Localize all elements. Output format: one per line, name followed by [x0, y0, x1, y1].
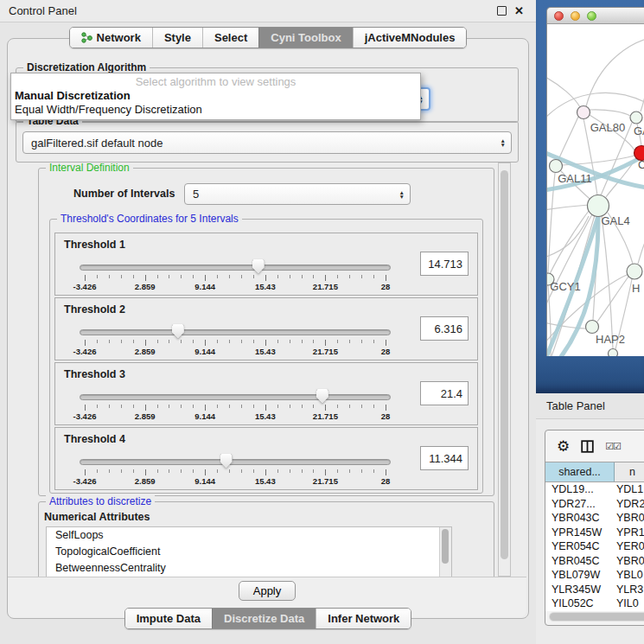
threshold-slider[interactable]	[80, 327, 391, 339]
column-header-name[interactable]: n	[615, 462, 644, 481]
network-node[interactable]	[627, 264, 642, 279]
tab-style[interactable]: Style	[152, 28, 202, 48]
table-row[interactable]: YDR27...YDR2	[545, 497, 644, 512]
dropdown-item[interactable]: Manual Discretization	[11, 89, 420, 103]
slider-minor-tick	[361, 340, 362, 343]
slider-minor-tick	[361, 275, 362, 278]
network-node[interactable]	[609, 349, 618, 357]
tab-select[interactable]: Select	[202, 28, 258, 48]
slider-major-tick	[265, 405, 266, 411]
threshold-value[interactable]: 11.344	[420, 446, 469, 470]
network-node[interactable]	[588, 195, 609, 217]
list-item[interactable]: TopologicalCoefficient	[47, 544, 451, 560]
minimize-traffic-light-icon[interactable]	[571, 11, 580, 21]
slider-tick-label: 15.43	[255, 347, 276, 356]
slider-tick-label: 9.144	[194, 411, 215, 421]
panel-scrollbar[interactable]	[498, 163, 511, 577]
threshold-slider[interactable]	[80, 456, 391, 469]
group-title-algorithm: Discretization Algorithm	[23, 61, 150, 73]
slider-minor-tick	[217, 469, 218, 473]
dropdown-item[interactable]: Equal Width/Frequency Discretization	[11, 103, 420, 117]
app-root: Control Panel ✕ NetworkStyleSelectCyni T…	[0, 0, 644, 644]
number-of-intervals-select[interactable]: 5 ▲▼	[184, 183, 411, 205]
slider-major-tick	[205, 469, 206, 475]
slider-minor-tick	[277, 469, 278, 473]
slider-minor-tick	[349, 340, 350, 343]
slider-minor-tick	[121, 405, 122, 408]
list-scrollbar-thumb[interactable]	[442, 529, 449, 564]
network-node[interactable]	[577, 106, 590, 119]
list-item[interactable]: BetweennessCentrality	[47, 560, 451, 577]
table-row[interactable]: YLR345WYLR3	[545, 583, 644, 597]
table-row[interactable]: YBR045CYBR0	[545, 554, 644, 569]
zoom-traffic-light-icon[interactable]	[587, 11, 596, 21]
slider-tick-label: 21.715	[313, 411, 338, 421]
table-hscrollbar[interactable]	[549, 612, 644, 622]
threshold-value[interactable]: 21.4	[420, 381, 469, 405]
list-scrollbar[interactable]	[439, 527, 451, 577]
tab-discretize-data[interactable]: Discretize Data	[212, 609, 316, 628]
threshold-panel: Threshold 2 -3.4262.8599.14415.4321.7152…	[54, 297, 478, 360]
slider-thumb[interactable]	[172, 324, 184, 339]
network-canvas-svg[interactable]: GAL80GACGAL11GAL4GCY1HHAP2	[546, 24, 644, 356]
slider-minor-tick	[337, 275, 338, 278]
network-node-label: GAL80	[590, 121, 625, 134]
column-header-shared[interactable]: shared...	[545, 462, 615, 481]
slider-minor-tick	[169, 469, 169, 473]
tab-network[interactable]: Network	[70, 28, 152, 48]
table-row[interactable]: YIL052CYIL0	[545, 596, 644, 611]
tab-infer-network[interactable]: Infer Network	[316, 609, 411, 628]
tab-jactivemnodules[interactable]: jActiveMNodules	[353, 28, 467, 48]
columns-icon[interactable]	[581, 440, 594, 453]
number-of-intervals-value: 5	[193, 188, 199, 201]
slider-major-tick	[85, 340, 86, 346]
slider-thumb[interactable]	[252, 259, 265, 274]
slider-major-tick	[386, 275, 386, 281]
panel-scrollbar-thumb[interactable]	[501, 170, 508, 559]
control-panel-titlebar: Control Panel ✕	[0, 0, 536, 22]
tab-impute-data[interactable]: Impute Data	[125, 609, 212, 628]
network-node[interactable]	[586, 321, 599, 334]
slider-major-tick	[386, 405, 386, 411]
slider-tick-label: 21.715	[313, 347, 338, 356]
table-row[interactable]: YBR043CYBR0	[545, 511, 644, 526]
network-edge	[586, 37, 644, 106]
table-header: shared... n	[545, 462, 644, 482]
threshold-value[interactable]: 6.316	[420, 316, 469, 341]
close-icon[interactable]: ✕	[514, 4, 524, 17]
threshold-value[interactable]: 14.713	[420, 252, 469, 276]
table-row[interactable]: YBL079WYBL0	[545, 568, 644, 583]
table-row[interactable]: YER054CYER0	[545, 539, 644, 554]
slider-thumb[interactable]	[220, 454, 233, 469]
close-traffic-light-icon[interactable]	[554, 11, 564, 21]
network-edge	[546, 205, 589, 210]
slider-thumb[interactable]	[316, 389, 328, 404]
network-window-titlebar[interactable]	[546, 7, 644, 24]
slider-minor-tick	[253, 340, 254, 343]
threshold-slider[interactable]	[80, 262, 391, 274]
numerical-attributes-list: SelfLoopsTopologicalCoefficientBetweenne…	[46, 526, 452, 577]
float-icon[interactable]	[497, 6, 507, 16]
slider-minor-tick	[181, 405, 182, 408]
table-row[interactable]: YDL19...YDL1	[545, 482, 644, 497]
table-data-select[interactable]: galFiltered.sif default node ▲▼	[22, 131, 512, 154]
slider-minor-tick	[157, 340, 158, 343]
network-node[interactable]	[550, 160, 563, 173]
slider-tick-label: 28	[381, 347, 391, 356]
slider-major-tick	[145, 469, 146, 475]
table-hscrollbar-thumb[interactable]	[550, 613, 644, 621]
table-rows: YDL19...YDL1YDR27...YDR2YBR043CYBR0YPR14…	[545, 482, 644, 611]
threshold-slider[interactable]	[80, 392, 391, 404]
list-item[interactable]: SelfLoops	[47, 527, 451, 544]
thresholds-group: Threshold's Coordinates for 5 Intervals …	[49, 219, 483, 494]
slider-major-tick	[205, 340, 206, 346]
gear-icon[interactable]: ⚙	[557, 439, 570, 454]
table-row[interactable]: YPR145WYPR1	[545, 526, 644, 540]
slider-ticks: -3.4262.8599.14415.4321.71528	[85, 340, 386, 359]
network-node[interactable]	[630, 112, 642, 124]
slider-major-tick	[205, 405, 206, 411]
checkbox-filter-icon[interactable]: ☑☑	[605, 441, 621, 452]
tab-cyni-toolbox[interactable]: Cyni Toolbox	[258, 28, 352, 48]
slider-major-tick	[85, 275, 86, 281]
apply-button[interactable]: Apply	[239, 581, 296, 601]
